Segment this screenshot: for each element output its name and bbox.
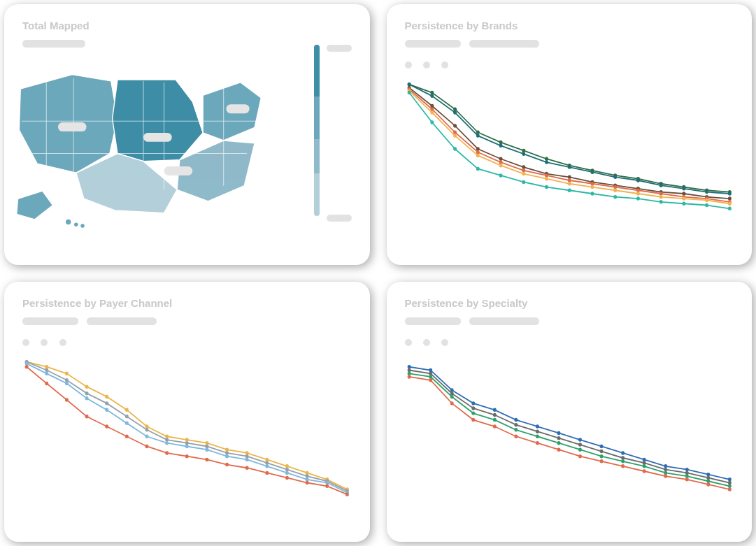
data-point[interactable]	[522, 168, 525, 172]
data-point[interactable]	[105, 394, 108, 398]
data-point[interactable]	[522, 172, 525, 175]
data-point[interactable]	[685, 477, 688, 481]
data-point[interactable]	[685, 470, 688, 474]
data-point[interactable]	[636, 192, 639, 195]
data-point[interactable]	[165, 438, 169, 441]
data-point[interactable]	[265, 470, 269, 474]
data-point[interactable]	[613, 195, 617, 199]
data-point[interactable]	[430, 120, 434, 124]
data-point[interactable]	[535, 429, 539, 433]
data-point[interactable]	[429, 378, 432, 382]
data-point[interactable]	[476, 154, 479, 157]
usa-choropleth-map[interactable]	[14, 46, 286, 248]
data-point[interactable]	[492, 408, 496, 411]
data-point[interactable]	[613, 188, 617, 192]
data-point[interactable]	[45, 381, 48, 385]
data-point[interactable]	[105, 401, 108, 405]
data-point[interactable]	[430, 107, 434, 110]
data-point[interactable]	[636, 188, 639, 192]
data-point[interactable]	[450, 394, 453, 398]
data-point[interactable]	[125, 415, 129, 418]
data-point[interactable]	[636, 178, 639, 182]
data-point[interactable]	[557, 431, 560, 434]
data-point[interactable]	[599, 444, 603, 447]
data-point[interactable]	[205, 440, 208, 444]
data-point[interactable]	[125, 434, 129, 438]
data-point[interactable]	[476, 167, 479, 171]
data-point[interactable]	[682, 196, 685, 200]
data-point[interactable]	[245, 454, 249, 457]
data-point[interactable]	[545, 185, 548, 189]
data-point[interactable]	[476, 150, 479, 154]
data-point[interactable]	[535, 434, 539, 438]
data-point[interactable]	[557, 447, 560, 451]
data-point[interactable]	[727, 207, 731, 210]
data-point[interactable]	[621, 451, 625, 454]
data-point[interactable]	[245, 457, 249, 461]
data-point[interactable]	[705, 203, 708, 207]
data-point[interactable]	[664, 464, 667, 468]
data-point[interactable]	[590, 170, 594, 173]
data-point[interactable]	[535, 440, 539, 444]
data-point[interactable]	[85, 415, 89, 418]
data-point[interactable]	[453, 124, 457, 127]
data-point[interactable]	[613, 185, 617, 189]
data-point[interactable]	[642, 457, 646, 461]
data-point[interactable]	[522, 165, 525, 168]
data-point[interactable]	[499, 141, 502, 144]
data-point[interactable]	[85, 385, 89, 388]
data-point[interactable]	[685, 474, 688, 477]
data-point[interactable]	[578, 454, 582, 457]
data-point[interactable]	[471, 417, 475, 421]
data-point[interactable]	[145, 428, 149, 431]
data-point[interactable]	[407, 368, 411, 371]
data-point[interactable]	[727, 480, 731, 484]
data-point[interactable]	[599, 449, 603, 452]
data-point[interactable]	[545, 177, 548, 180]
data-point[interactable]	[567, 165, 571, 168]
data-point[interactable]	[499, 144, 502, 148]
data-point[interactable]	[590, 185, 594, 189]
data-point[interactable]	[621, 459, 625, 463]
data-point[interactable]	[705, 190, 708, 194]
data-point[interactable]	[245, 466, 249, 469]
data-point[interactable]	[727, 484, 731, 487]
data-point[interactable]	[682, 192, 685, 195]
data-point[interactable]	[145, 444, 149, 447]
data-point[interactable]	[225, 447, 229, 451]
data-point[interactable]	[453, 110, 457, 114]
data-point[interactable]	[471, 401, 475, 405]
data-point[interactable]	[727, 487, 731, 491]
data-point[interactable]	[706, 482, 710, 486]
data-point[interactable]	[165, 440, 169, 444]
data-point[interactable]	[185, 444, 189, 447]
data-point[interactable]	[185, 454, 189, 457]
data-point[interactable]	[659, 192, 662, 195]
data-point[interactable]	[265, 464, 269, 468]
line-chart-payer[interactable]	[22, 349, 352, 524]
data-point[interactable]	[407, 91, 411, 94]
data-point[interactable]	[499, 160, 502, 164]
data-point[interactable]	[165, 434, 169, 438]
data-point[interactable]	[265, 457, 269, 461]
data-point[interactable]	[557, 440, 560, 444]
data-point[interactable]	[492, 417, 496, 421]
data-point[interactable]	[306, 474, 309, 477]
data-point[interactable]	[205, 444, 208, 447]
data-point[interactable]	[306, 480, 309, 484]
data-point[interactable]	[621, 456, 625, 459]
data-point[interactable]	[545, 173, 548, 177]
data-point[interactable]	[429, 375, 432, 378]
data-point[interactable]	[706, 479, 710, 482]
data-point[interactable]	[599, 459, 603, 463]
data-point[interactable]	[453, 147, 457, 150]
data-point[interactable]	[225, 451, 229, 454]
data-point[interactable]	[567, 182, 571, 185]
data-point[interactable]	[453, 107, 457, 110]
data-point[interactable]	[492, 412, 496, 416]
data-point[interactable]	[705, 199, 708, 202]
data-point[interactable]	[145, 434, 149, 438]
data-point[interactable]	[621, 464, 625, 468]
data-point[interactable]	[285, 467, 289, 470]
data-point[interactable]	[85, 396, 89, 400]
